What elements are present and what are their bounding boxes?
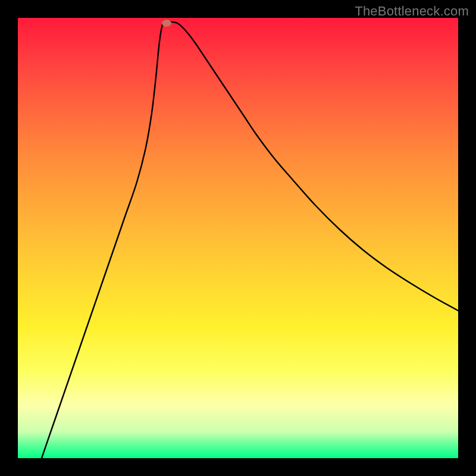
bottleneck-curve [42,21,458,458]
watermark-text: TheBottleneck.com [355,4,469,19]
curve-layer [18,18,458,458]
plot-area [18,18,458,458]
optimal-point-marker [162,20,171,27]
